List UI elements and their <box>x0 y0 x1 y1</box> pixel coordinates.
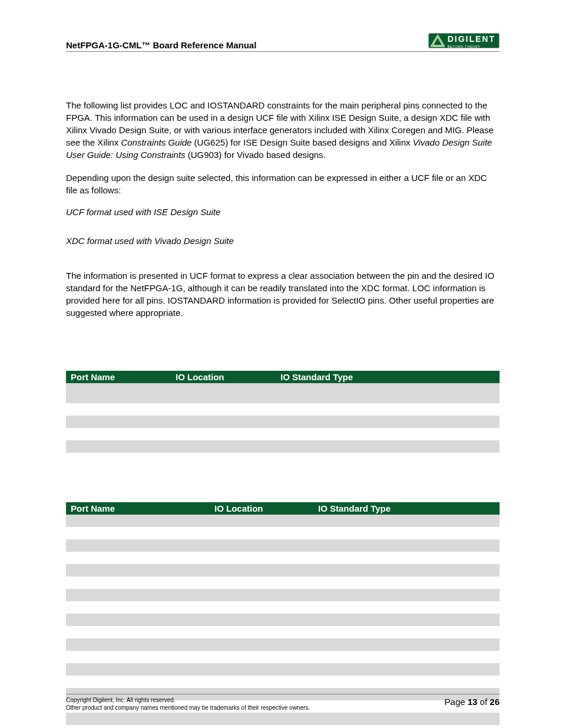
col-port-name: Port Name <box>66 371 171 383</box>
table-row <box>66 589 500 601</box>
table-row <box>66 539 500 552</box>
page-footer: Copyright Digilent, Inc. All rights rese… <box>66 694 500 711</box>
paragraph-depending: Depending upon the design suite selected… <box>66 172 500 196</box>
paragraph-info: The information is presented in UCF form… <box>66 269 500 319</box>
table-row <box>66 403 500 416</box>
text-run: (UG625) for ISE Design Suite based desig… <box>191 137 412 147</box>
table-row <box>66 416 500 428</box>
table-row <box>66 601 500 614</box>
text-run: (UG903) for Vivado based designs. <box>186 150 326 160</box>
col-io-standard: IO Standard Type <box>276 371 500 383</box>
table-header-row: Port Name IO Location IO Standard Type <box>66 502 500 515</box>
footer-page: Page 13 of 26 <box>445 697 500 707</box>
logo-text: DIGILENT <box>448 34 495 44</box>
col-io-location: IO Location <box>210 502 313 515</box>
paragraph-ucf-format: UCF format used with ISE Design Suite <box>66 207 500 217</box>
paragraph-xdc-format: XDC format used with Vivado Design Suite <box>66 236 500 246</box>
triangle-icon <box>430 34 445 47</box>
table-row <box>66 564 500 577</box>
col-io-location: IO Location <box>171 371 276 383</box>
table-row <box>66 651 500 663</box>
table-row <box>66 428 500 440</box>
table-row <box>66 527 500 539</box>
logo-text-wrap: DIGILENT BEYOND THEORY <box>448 34 495 48</box>
table-row <box>66 638 500 651</box>
col-port-name: Port Name <box>66 502 210 515</box>
table-row <box>66 713 500 725</box>
page-of: of <box>477 697 490 707</box>
copyright-text: Copyright Digilent, Inc. All rights rese… <box>66 697 176 703</box>
text-run-italic: Constraints Guide <box>121 137 191 147</box>
footer-copyright: Copyright Digilent, Inc. All rights rese… <box>66 697 310 711</box>
col-io-standard: IO Standard Type <box>313 502 500 515</box>
page-header: NetFPGA-1G-CML™ Board Reference Manual D… <box>66 33 500 52</box>
table-header-row: Port Name IO Location IO Standard Type <box>66 371 500 383</box>
logo-subtext: BEYOND THEORY <box>448 45 495 48</box>
table-row <box>66 440 500 453</box>
digilent-logo: DIGILENT BEYOND THEORY <box>428 33 500 48</box>
pin-table-2: Port Name IO Location IO Standard Type <box>66 502 500 725</box>
table-row <box>66 614 500 626</box>
paragraph-intro: The following list provides LOC and IOST… <box>66 99 500 161</box>
page-number: 13 <box>468 697 478 707</box>
trademark-text: Other product and company names mentione… <box>66 704 310 711</box>
page-total: 26 <box>490 697 500 707</box>
table-row <box>66 515 500 527</box>
header-title: NetFPGA-1G-CML™ Board Reference Manual <box>66 33 256 50</box>
table-row <box>66 577 500 589</box>
table-row <box>66 552 500 564</box>
table-row <box>66 626 500 638</box>
page-label: Page <box>445 697 468 707</box>
pin-table-1: Port Name IO Location IO Standard Type <box>66 371 500 453</box>
table-row <box>66 663 500 676</box>
table-row <box>66 676 500 688</box>
table-row <box>66 383 500 403</box>
